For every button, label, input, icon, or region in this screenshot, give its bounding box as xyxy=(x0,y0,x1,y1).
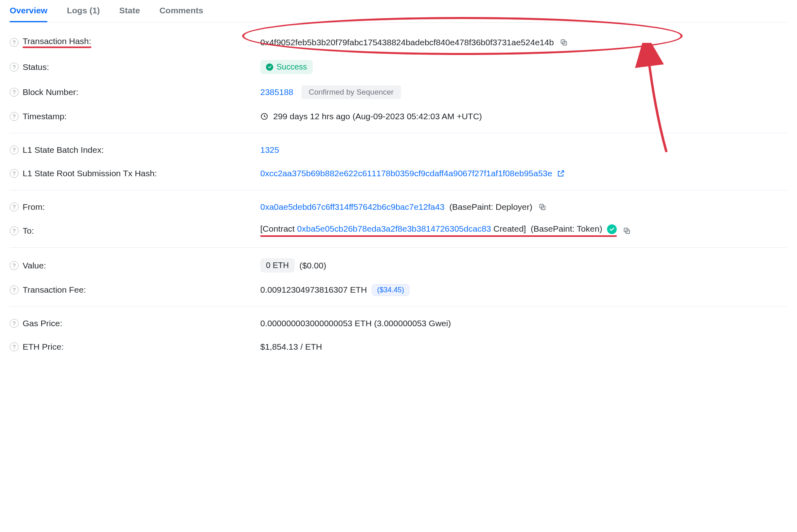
row-eth-price: ? ETH Price: $1,854.13 / ETH xyxy=(10,335,787,359)
l1-root-link[interactable]: 0xcc2aa375b69b882e622c611178b0359cf9cdaf… xyxy=(260,169,552,178)
label-tx-hash: Transaction Hash: xyxy=(23,37,91,48)
label-l1-root: L1 State Root Submission Tx Hash: xyxy=(23,169,157,178)
row-timestamp: ? Timestamp: 299 days 12 hrs ago (Aug-09… xyxy=(10,105,787,128)
tab-logs[interactable]: Logs (1) xyxy=(67,6,100,22)
help-icon[interactable]: ? xyxy=(10,169,19,178)
confirmed-pill: Confirmed by Sequencer xyxy=(302,85,401,99)
block-link[interactable]: 2385188 xyxy=(260,87,293,97)
help-icon[interactable]: ? xyxy=(10,203,19,211)
clock-icon xyxy=(260,112,268,120)
label-eth-price: ETH Price: xyxy=(23,342,64,352)
external-link-icon[interactable] xyxy=(557,169,565,177)
help-icon[interactable]: ? xyxy=(10,146,19,154)
help-icon[interactable]: ? xyxy=(10,285,19,294)
help-icon[interactable]: ? xyxy=(10,261,19,270)
row-block: ? Block Number: 2385188 Confirmed by Seq… xyxy=(10,80,787,105)
from-address-link[interactable]: 0xa0ae5debd67c6ff314ff57642b6c9bac7e12fa… xyxy=(260,202,445,212)
divider xyxy=(10,247,787,248)
row-l1-root: ? L1 State Root Submission Tx Hash: 0xcc… xyxy=(10,162,787,185)
help-icon[interactable]: ? xyxy=(10,319,19,328)
label-l1-batch: L1 State Batch Index: xyxy=(23,145,104,155)
help-icon[interactable]: ? xyxy=(10,38,19,47)
divider xyxy=(10,306,787,307)
row-to: ? To: [Contract 0xba5e05cb26b78eda3a2f8e… xyxy=(10,219,787,243)
row-value: ? Value: 0 ETH ($0.00) xyxy=(10,253,787,278)
status-badge: Success xyxy=(260,60,313,74)
row-status: ? Status: Success xyxy=(10,54,787,80)
label-block: Block Number: xyxy=(23,87,78,97)
row-from: ? From: 0xa0ae5debd67c6ff314ff57642b6c9b… xyxy=(10,195,787,219)
label-to: To: xyxy=(23,226,34,236)
help-icon[interactable]: ? xyxy=(10,342,19,351)
value-gas-price: 0.000000003000000053 ETH (3.000000053 Gw… xyxy=(260,319,451,328)
tx-fee-usd[interactable]: ($34.45) xyxy=(372,284,409,296)
value-tx-hash: 0x4f9052feb5b3b20f79fabc175438824badebcf… xyxy=(260,38,554,47)
copy-icon[interactable] xyxy=(622,226,632,236)
label-gas-price: Gas Price: xyxy=(23,319,62,328)
row-l1-batch: ? L1 State Batch Index: 1325 xyxy=(10,138,787,162)
copy-icon[interactable] xyxy=(559,37,569,48)
divider xyxy=(10,190,787,190)
row-gas-price: ? Gas Price: 0.000000003000000053 ETH (3… xyxy=(10,312,787,335)
to-address-link[interactable]: 0xba5e05cb26b78eda3a2f8e3b3814726305dcac… xyxy=(297,224,491,233)
verified-icon xyxy=(607,224,617,234)
help-icon[interactable]: ? xyxy=(10,63,19,72)
help-icon[interactable]: ? xyxy=(10,226,19,235)
help-icon[interactable]: ? xyxy=(10,88,19,97)
label-status: Status: xyxy=(23,62,49,72)
tab-state[interactable]: State xyxy=(119,6,140,22)
tab-comments[interactable]: Comments xyxy=(159,6,203,22)
tx-fee-eth: 0.00912304973816307 ETH xyxy=(260,285,367,295)
label-tx-fee: Transaction Fee: xyxy=(23,285,86,295)
label-value: Value: xyxy=(23,261,46,270)
row-tx-fee: ? Transaction Fee: 0.00912304973816307 E… xyxy=(10,278,787,302)
details-panel: ? Transaction Hash: 0x4f9052feb5b3b20f79… xyxy=(10,23,787,359)
value-eth: 0 ETH xyxy=(260,258,295,272)
to-value: [Contract 0xba5e05cb26b78eda3a2f8e3b3814… xyxy=(260,224,617,237)
help-icon[interactable]: ? xyxy=(10,112,19,121)
label-timestamp: Timestamp: xyxy=(23,112,67,121)
label-from: From: xyxy=(23,202,45,212)
tabs-bar: Overview Logs (1) State Comments xyxy=(10,0,787,23)
tab-overview[interactable]: Overview xyxy=(10,6,47,22)
l1-batch-link[interactable]: 1325 xyxy=(260,145,279,155)
check-icon xyxy=(266,63,273,71)
from-tag: (BasePaint: Deployer) xyxy=(449,202,532,212)
row-tx-hash: ? Transaction Hash: 0x4f9052feb5b3b20f79… xyxy=(10,31,787,54)
value-usd: ($0.00) xyxy=(299,261,327,270)
to-tag: (BasePaint: Token) xyxy=(531,224,602,233)
divider xyxy=(10,133,787,133)
value-timestamp: 299 days 12 hrs ago (Aug-09-2023 05:42:0… xyxy=(273,112,482,121)
value-eth-price: $1,854.13 / ETH xyxy=(260,342,322,352)
copy-icon[interactable] xyxy=(537,202,548,212)
